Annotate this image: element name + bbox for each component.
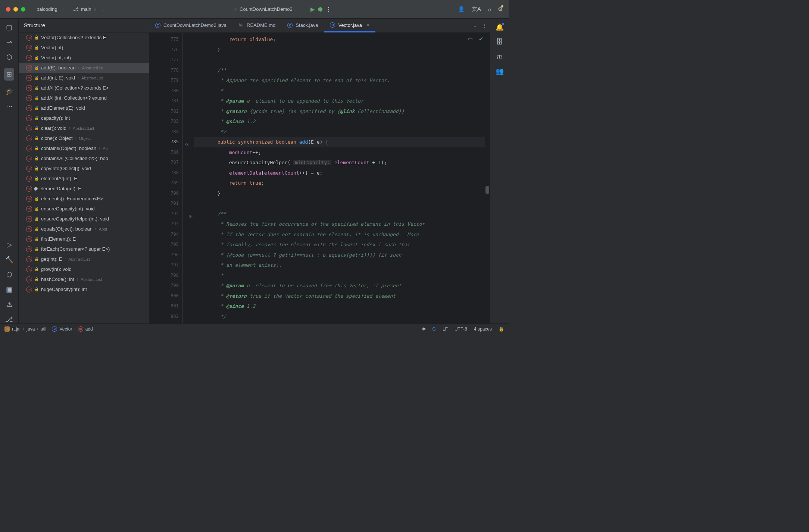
- structure-list[interactable]: m🔓Vector(Collection<? extends Em🔓Vector(…: [19, 32, 149, 323]
- more-tools-icon[interactable]: ⋯: [6, 102, 13, 110]
- inspections-ok-icon[interactable]: ✔: [479, 36, 483, 42]
- line-number[interactable]: 796: [149, 250, 182, 260]
- breadcrumb-item[interactable]: java: [26, 326, 35, 332]
- chevron-down-icon[interactable]: ⌄: [297, 7, 300, 11]
- google-icon[interactable]: G: [432, 326, 436, 332]
- structure-item[interactable]: melementData(int): E: [19, 184, 149, 194]
- structure-item[interactable]: m🔓Vector(int, int): [19, 53, 149, 63]
- line-number[interactable]: 786: [149, 147, 182, 158]
- code-content[interactable]: return oldValue; } /** * Appends the spe…: [183, 33, 485, 323]
- editor-tab[interactable]: M↓README.md: [232, 19, 281, 32]
- project-tool-icon[interactable]: ▢: [6, 23, 12, 31]
- structure-item[interactable]: m🔓elementAt(int): E: [19, 173, 149, 184]
- structure-item[interactable]: m🔒ensureCapacityHelper(int): void: [19, 214, 149, 224]
- more-icon[interactable]: ⋮: [326, 6, 331, 13]
- structure-item[interactable]: m🔓clear(): void ↑AbstractList: [19, 123, 149, 133]
- close-window[interactable]: [6, 7, 10, 12]
- line-number[interactable]: 789: [149, 178, 182, 188]
- notifications-icon[interactable]: 🔔: [496, 23, 504, 31]
- structure-item[interactable]: m🔓clone(): Object ↑Object: [19, 133, 149, 143]
- editor-tab[interactable]: CVector.java×: [324, 19, 375, 32]
- structure-item[interactable]: m🔓addAll(Collection<? extends E>: [19, 83, 149, 93]
- line-number[interactable]: 798: [149, 270, 182, 281]
- database-icon[interactable]: 🗄: [496, 38, 503, 46]
- line-number[interactable]: 790: [149, 188, 182, 199]
- structure-item[interactable]: m🔓capacity(): int: [19, 113, 149, 123]
- breadcrumb-item[interactable]: rt.jar: [12, 326, 21, 332]
- close-tab-icon[interactable]: ×: [366, 22, 369, 28]
- editor-tab[interactable]: CStack.java: [281, 19, 324, 32]
- scrollbar[interactable]: [485, 33, 490, 323]
- structure-item[interactable]: m🔓addAll(int, Collection<? extend: [19, 93, 149, 103]
- chevron-down-icon[interactable]: ⌄: [61, 7, 64, 11]
- line-number[interactable]: 795: [149, 240, 182, 250]
- line-number[interactable]: 776: [149, 45, 182, 55]
- structure-item[interactable]: m🔓add(int, E): void ↑AbstractList: [19, 73, 149, 83]
- structure-item[interactable]: m🔓ensureCapacity(int): void: [19, 204, 149, 214]
- line-number[interactable]: 799: [149, 281, 182, 291]
- line-number[interactable]: 787: [149, 157, 182, 168]
- editor-tab[interactable]: CCountDownLatchDemo2.java: [149, 19, 232, 32]
- line-number[interactable]: 788: [149, 168, 182, 178]
- breadcrumb-item[interactable]: add: [85, 326, 93, 332]
- structure-item[interactable]: m🔓contains(Object): boolean ↑Ab: [19, 143, 149, 153]
- chevron-down-icon[interactable]: ⌄: [102, 7, 105, 11]
- editor-body[interactable]: ▭ ✔ 775776777778779780781782783784785💡○↑…: [149, 33, 490, 323]
- pull-requests-icon[interactable]: ⬡: [6, 53, 12, 61]
- line-number[interactable]: 791: [149, 198, 182, 209]
- line-number[interactable]: 785💡○↑: [149, 137, 182, 147]
- run-tool-icon[interactable]: ▷: [7, 241, 12, 249]
- structure-tool-icon[interactable]: ⊞: [4, 68, 14, 81]
- minimize-window[interactable]: [13, 7, 18, 12]
- file-encoding[interactable]: UTF-8: [455, 326, 467, 332]
- gutter[interactable]: 775776777778779780781782783784785💡○↑7867…: [149, 33, 183, 323]
- maven-icon[interactable]: m: [497, 53, 502, 60]
- structure-item[interactable]: m🔓Vector(int): [19, 43, 149, 53]
- line-separator[interactable]: LF: [443, 326, 448, 332]
- structure-item[interactable]: m🔓copyInto(Object[]): void: [19, 163, 149, 173]
- structure-item[interactable]: m🔓forEach(Consumer<? super E>): [19, 244, 149, 254]
- structure-item[interactable]: m🔓hashCode(): int ↑AbstractList: [19, 274, 149, 284]
- services-tool-icon[interactable]: ⬡: [6, 270, 12, 279]
- line-number[interactable]: 801: [149, 301, 182, 312]
- collaborate-icon[interactable]: 👥: [496, 67, 504, 75]
- indent-info[interactable]: 4 spaces: [474, 326, 492, 332]
- project-name[interactable]: paicoding: [37, 6, 57, 12]
- problems-tool-icon[interactable]: ⚠: [6, 300, 12, 309]
- line-number[interactable]: 793: [149, 219, 182, 229]
- build-tool-icon[interactable]: 🔨: [5, 256, 13, 264]
- run-config-name[interactable]: CountDownLatchDemo2: [240, 6, 293, 12]
- structure-item[interactable]: m🔒hugeCapacity(int): int: [19, 284, 149, 294]
- line-number[interactable]: 778: [149, 65, 182, 76]
- line-number[interactable]: 797: [149, 260, 182, 270]
- line-number[interactable]: 783: [149, 116, 182, 127]
- line-number[interactable]: 792⊫: [149, 209, 182, 219]
- structure-item[interactable]: m🔓get(int): E ↑AbstractList: [19, 254, 149, 264]
- structure-item[interactable]: m🔒grow(int): void: [19, 264, 149, 274]
- tab-more-icon[interactable]: ⋮: [482, 23, 487, 28]
- structure-item[interactable]: m🔓containsAll(Collection<?>): boo: [19, 153, 149, 163]
- commit-tool-icon[interactable]: ⊸: [6, 38, 12, 46]
- line-number[interactable]: 794: [149, 229, 182, 240]
- git-tool-icon[interactable]: ⎇: [5, 315, 13, 323]
- line-number[interactable]: 800: [149, 291, 182, 301]
- code-with-me-icon[interactable]: 👤: [458, 6, 465, 13]
- line-number[interactable]: 779: [149, 75, 182, 86]
- run-button[interactable]: ▶: [310, 6, 315, 13]
- line-number[interactable]: 781: [149, 96, 182, 106]
- reader-mode-icon[interactable]: ▭: [468, 36, 473, 42]
- tab-dropdown-icon[interactable]: ⌄: [473, 23, 477, 28]
- translate-icon[interactable]: 文A: [472, 6, 481, 13]
- line-number[interactable]: 782: [149, 106, 182, 117]
- structure-item[interactable]: m🔓addElement(E): void: [19, 103, 149, 113]
- terminal-tool-icon[interactable]: ▣: [6, 285, 12, 294]
- scrollbar-thumb[interactable]: [485, 186, 489, 194]
- vcs-branch[interactable]: ⎇ main ↙ ⌄: [73, 6, 106, 12]
- breadcrumb-item[interactable]: util: [41, 326, 46, 332]
- line-number[interactable]: 780: [149, 86, 182, 96]
- maximize-window[interactable]: [21, 7, 25, 12]
- structure-item[interactable]: m🔓add(E): boolean ↑AbstractList: [19, 63, 149, 73]
- structure-item[interactable]: m🔓Vector(Collection<? extends E: [19, 32, 149, 43]
- background-tasks-icon[interactable]: ✱: [422, 326, 426, 332]
- line-number[interactable]: 784: [149, 127, 182, 137]
